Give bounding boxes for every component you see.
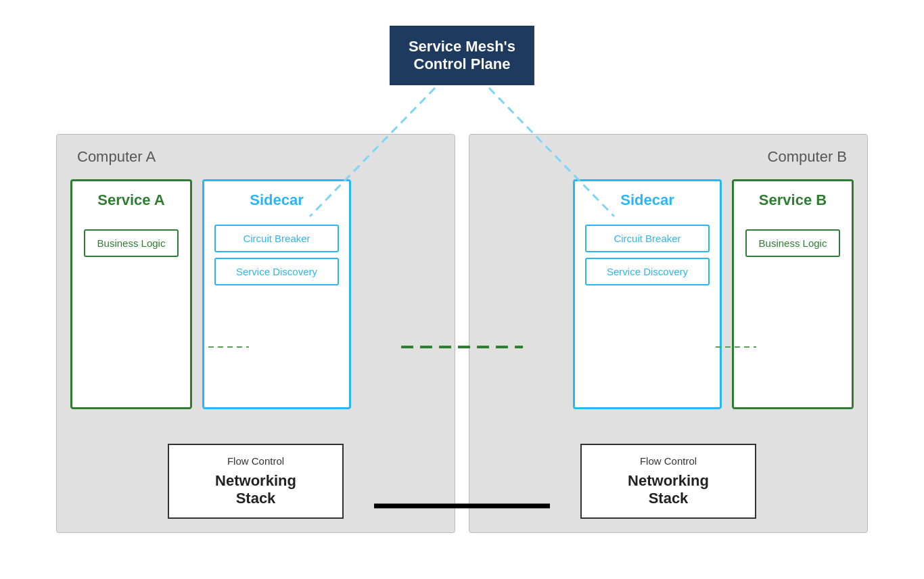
networking-area-a: Flow Control Networking Stack: [70, 444, 441, 519]
flow-control-b-label: Flow Control: [602, 455, 735, 467]
service-a-box: Service A Business Logic: [70, 179, 192, 409]
control-plane-line2: Control Plane: [409, 55, 515, 73]
networking-title-b: Networking Stack: [602, 472, 735, 507]
computer-a-label: Computer A: [70, 148, 441, 166]
networking-box-a: Flow Control Networking Stack: [168, 444, 344, 519]
service-a-title: Service A: [97, 191, 164, 209]
sidecar-b-title: Sidecar: [620, 191, 674, 209]
service-b-title: Service B: [759, 191, 827, 209]
diagram-container: Service Mesh's Control Plane Computer A …: [56, 26, 868, 553]
sidecar-a-circuit-breaker: Circuit Breaker: [214, 225, 339, 252]
sidecar-b-circuit-breaker: Circuit Breaker: [585, 225, 710, 252]
networking-box-b: Flow Control Networking Stack: [580, 444, 756, 519]
sidecar-b-box: Sidecar Circuit Breaker Service Discover…: [573, 179, 722, 409]
networking-title-a: Networking Stack: [189, 472, 322, 507]
sidecar-b-service-discovery: Service Discovery: [585, 258, 710, 285]
computer-b-label: Computer B: [483, 148, 854, 166]
flow-control-a-label: Flow Control: [189, 455, 322, 467]
service-b-box: Service B Business Logic: [732, 179, 854, 409]
computer-b-box: Computer B Sidecar Circuit Breaker Servi…: [469, 134, 868, 533]
service-b-business-logic: Business Logic: [745, 229, 841, 257]
networking-area-b: Flow Control Networking Stack: [483, 444, 854, 519]
sidecar-a-title: Sidecar: [250, 191, 304, 209]
control-plane-line1: Service Mesh's: [409, 38, 515, 55]
service-a-business-logic: Business Logic: [84, 229, 179, 257]
sidecar-a-box: Sidecar Circuit Breaker Service Discover…: [202, 179, 351, 409]
computer-b-services-row: Sidecar Circuit Breaker Service Discover…: [483, 179, 854, 430]
computer-a-services-row: Service A Business Logic Sidecar Circuit…: [70, 179, 441, 430]
computer-a-box: Computer A Service A Business Logic Side…: [56, 134, 455, 533]
computers-row: Computer A Service A Business Logic Side…: [56, 134, 868, 533]
control-plane-box: Service Mesh's Control Plane: [390, 26, 534, 85]
sidecar-a-service-discovery: Service Discovery: [214, 258, 339, 285]
